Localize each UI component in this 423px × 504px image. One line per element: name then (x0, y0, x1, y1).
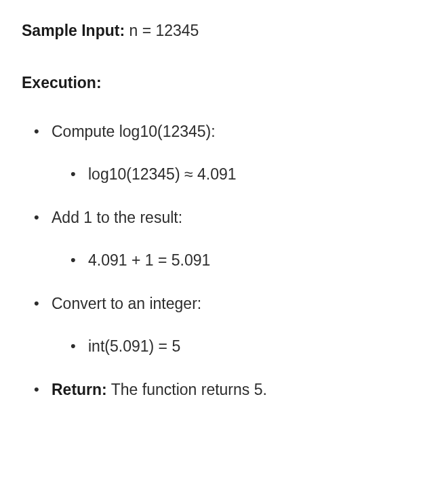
step-text: Add 1 to the result: (52, 209, 182, 226)
step-sublist: int(5.091) = 5 (52, 335, 401, 358)
step-sub-text: 4.091 + 1 = 5.091 (88, 251, 210, 269)
return-label: Return: (52, 381, 107, 398)
step-item: Compute log10(12345): log10(12345) ≈ 4.0… (52, 120, 401, 186)
step-text: Compute log10(12345): (52, 123, 216, 140)
step-sub-item: int(5.091) = 5 (88, 335, 401, 358)
step-item: Add 1 to the result: 4.091 + 1 = 5.091 (52, 206, 401, 272)
return-text: The function returns 5. (111, 381, 267, 398)
step-sublist: log10(12345) ≈ 4.091 (52, 163, 401, 186)
step-sub-item: 4.091 + 1 = 5.091 (88, 249, 401, 272)
step-sub-text: int(5.091) = 5 (88, 337, 180, 355)
step-sublist: 4.091 + 1 = 5.091 (52, 249, 401, 272)
step-item: Convert to an integer: int(5.091) = 5 (52, 292, 401, 358)
sample-input-section: Sample Input: n = 12345 (22, 19, 401, 43)
return-step: Return: The function returns 5. (52, 378, 401, 402)
sample-input-label: Sample Input: (22, 22, 125, 39)
execution-steps-list: Compute log10(12345): log10(12345) ≈ 4.0… (22, 120, 401, 402)
execution-heading: Execution: (22, 71, 401, 95)
step-sub-text: log10(12345) ≈ 4.091 (88, 165, 237, 183)
sample-input-value-text: n = 12345 (129, 22, 199, 39)
step-text: Convert to an integer: (52, 295, 201, 312)
step-sub-item: log10(12345) ≈ 4.091 (88, 163, 401, 186)
